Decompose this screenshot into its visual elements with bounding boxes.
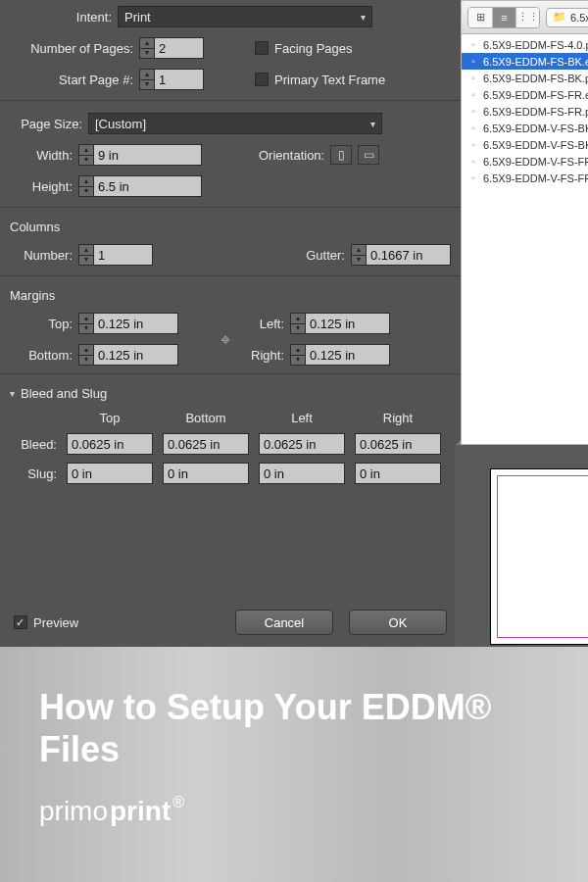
gutter-input[interactable] bbox=[367, 244, 451, 266]
width-label: Width: bbox=[10, 148, 73, 163]
file-name: 6.5X9-EDDM-V-FS-BK. bbox=[483, 139, 588, 151]
primary-text-frame-checkbox[interactable] bbox=[255, 73, 269, 86]
margin-right-label: Right: bbox=[235, 348, 284, 363]
document-canvas bbox=[490, 468, 588, 645]
slug-row-label: Slug: bbox=[10, 466, 57, 481]
finder-view-column-icon[interactable]: ⋮⋮ bbox=[515, 8, 539, 27]
margin-right-input[interactable] bbox=[306, 344, 390, 366]
file-icon: ▫ bbox=[467, 106, 479, 117]
margins-heading: Margins bbox=[10, 288, 451, 303]
file-row[interactable]: ▫6.5X9-EDDM-V-FS-FR.p bbox=[462, 170, 588, 186]
file-icon: ▫ bbox=[467, 89, 479, 100]
start-page-stepper[interactable]: ▴▾ bbox=[139, 69, 204, 90]
new-document-dialog: Intent: Print Number of Pages: ▴▾ Facing… bbox=[0, 0, 461, 647]
columns-number-label: Number: bbox=[10, 248, 73, 263]
bleed-slug-table: Top Bottom Left Right Bleed: ⎆ Slug: ⎆ bbox=[10, 411, 451, 484]
file-row[interactable]: ▫6.5X9-EDDM-V-FS-BK. bbox=[462, 136, 588, 153]
file-name: 6.5X9-EDDM-V-FS-FR.e bbox=[483, 156, 588, 168]
bleed-slug-heading: Bleed and Slug bbox=[21, 386, 107, 401]
margin-left-stepper[interactable]: ▴▾ bbox=[290, 313, 390, 334]
article-footer: How to Setup Your EDDM® Files primoprint… bbox=[0, 647, 588, 882]
margin-left-input[interactable] bbox=[306, 313, 390, 334]
bleed-right-input[interactable] bbox=[355, 433, 441, 455]
finder-toolbar: ⊞ ≡ ⋮⋮ 📁 6.5x9 bbox=[462, 1, 588, 34]
file-icon: ▫ bbox=[467, 39, 479, 50]
file-name: 6.5X9-EDDM-V-FS-FR.p bbox=[483, 172, 588, 184]
width-input[interactable] bbox=[94, 144, 202, 166]
height-label: Height: bbox=[10, 179, 73, 194]
preview-label: Preview bbox=[33, 615, 78, 630]
file-name: 6.5X9-EDDM-FS-BK.ep bbox=[483, 56, 588, 68]
file-row[interactable]: ▫6.5X9-EDDM-FS-BK.ep bbox=[462, 53, 588, 70]
file-name: 6.5X9-EDDM-V-FS-BK. bbox=[483, 122, 588, 134]
width-stepper[interactable]: ▴▾ bbox=[78, 144, 202, 166]
margin-bottom-label: Bottom: bbox=[10, 348, 73, 363]
intent-label: Intent: bbox=[10, 10, 112, 24]
file-row[interactable]: ▫6.5X9-EDDM-V-FS-FR.e bbox=[462, 153, 588, 170]
margin-bottom-input[interactable] bbox=[94, 344, 178, 366]
margin-top-input[interactable] bbox=[94, 313, 178, 334]
file-name: 6.5X9-EDDM-FS-FR.ps bbox=[483, 106, 588, 118]
slug-right-input[interactable] bbox=[355, 463, 441, 484]
page-size-label: Page Size: bbox=[10, 117, 82, 131]
start-page-input[interactable] bbox=[155, 69, 204, 90]
file-name: 6.5X9-EDDM-FS-FR.ep bbox=[483, 89, 588, 101]
finder-file-list[interactable]: ▫6.5X9-EDDM-FS-4.0.ps▫6.5X9-EDDM-FS-BK.e… bbox=[462, 34, 588, 444]
intent-select[interactable]: Print bbox=[118, 6, 372, 27]
orientation-label: Orientation: bbox=[259, 148, 324, 163]
finder-breadcrumb[interactable]: 📁 6.5x9 bbox=[546, 8, 588, 27]
bleed-col-right: Right bbox=[355, 411, 441, 425]
start-page-label: Start Page #: bbox=[10, 73, 133, 87]
file-row[interactable]: ▫6.5X9-EDDM-FS-FR.ps bbox=[462, 103, 588, 120]
primoprint-logo: primoprint® bbox=[39, 796, 549, 827]
bleed-slug-disclosure-icon[interactable]: ▾ bbox=[10, 388, 15, 399]
gutter-label: Gutter: bbox=[306, 248, 345, 263]
file-icon: ▫ bbox=[467, 56, 479, 67]
margin-top-stepper[interactable]: ▴▾ bbox=[78, 313, 178, 334]
num-pages-input[interactable] bbox=[155, 37, 204, 59]
ok-button[interactable]: OK bbox=[349, 610, 447, 635]
finder-view-segmented[interactable]: ⊞ ≡ ⋮⋮ bbox=[467, 7, 540, 28]
bleed-top-input[interactable] bbox=[67, 433, 153, 455]
orientation-landscape-button[interactable]: ▭ bbox=[358, 145, 379, 165]
height-input[interactable] bbox=[94, 175, 202, 197]
orientation-portrait-button[interactable]: ▯ bbox=[330, 145, 352, 165]
file-icon: ▫ bbox=[467, 73, 479, 83]
page-size-select[interactable]: [Custom] bbox=[88, 113, 382, 134]
slug-left-input[interactable] bbox=[259, 463, 345, 484]
height-stepper[interactable]: ▴▾ bbox=[78, 175, 202, 197]
margin-left-label: Left: bbox=[235, 317, 284, 331]
margin-right-stepper[interactable]: ▴▾ bbox=[290, 344, 390, 366]
slug-bottom-input[interactable] bbox=[163, 463, 249, 484]
preview-checkbox[interactable] bbox=[14, 615, 27, 629]
facing-pages-label: Facing Pages bbox=[274, 41, 353, 56]
columns-heading: Columns bbox=[10, 220, 451, 234]
file-name: 6.5X9-EDDM-FS-4.0.ps bbox=[483, 39, 588, 51]
finder-view-icon-icon[interactable]: ⊞ bbox=[468, 8, 492, 27]
file-icon: ▫ bbox=[467, 139, 479, 150]
bleed-bottom-input[interactable] bbox=[163, 433, 249, 455]
bleed-col-bottom: Bottom bbox=[163, 411, 249, 425]
columns-number-input[interactable] bbox=[94, 244, 153, 266]
margin-bottom-stepper[interactable]: ▴▾ bbox=[78, 344, 178, 366]
gutter-stepper[interactable]: ▴▾ bbox=[351, 244, 451, 266]
facing-pages-checkbox[interactable] bbox=[255, 41, 269, 55]
finder-panel: ⊞ ≡ ⋮⋮ 📁 6.5x9 ▫6.5X9-EDDM-FS-4.0.ps▫6.5… bbox=[461, 0, 588, 445]
file-row[interactable]: ▫6.5X9-EDDM-FS-FR.ep bbox=[462, 86, 588, 103]
num-pages-stepper[interactable]: ▴▾ bbox=[139, 37, 204, 59]
cancel-button[interactable]: Cancel bbox=[235, 610, 333, 635]
margin-top-label: Top: bbox=[10, 317, 73, 331]
article-headline: How to Setup Your EDDM® Files bbox=[39, 686, 549, 770]
file-icon: ▫ bbox=[467, 156, 479, 167]
file-icon: ▫ bbox=[467, 172, 479, 183]
file-row[interactable]: ▫6.5X9-EDDM-V-FS-BK. bbox=[462, 120, 588, 136]
finder-view-list-icon[interactable]: ≡ bbox=[492, 8, 515, 27]
file-name: 6.5X9-EDDM-FS-BK.ps bbox=[483, 73, 588, 84]
margin-link-icon[interactable]: ⎆ bbox=[216, 323, 235, 355]
bleed-left-input[interactable] bbox=[259, 433, 345, 455]
columns-number-stepper[interactable]: ▴▾ bbox=[78, 244, 153, 266]
bleed-col-top: Top bbox=[67, 411, 153, 425]
file-row[interactable]: ▫6.5X9-EDDM-FS-4.0.ps bbox=[462, 36, 588, 53]
slug-top-input[interactable] bbox=[67, 463, 153, 484]
file-row[interactable]: ▫6.5X9-EDDM-FS-BK.ps bbox=[462, 70, 588, 86]
